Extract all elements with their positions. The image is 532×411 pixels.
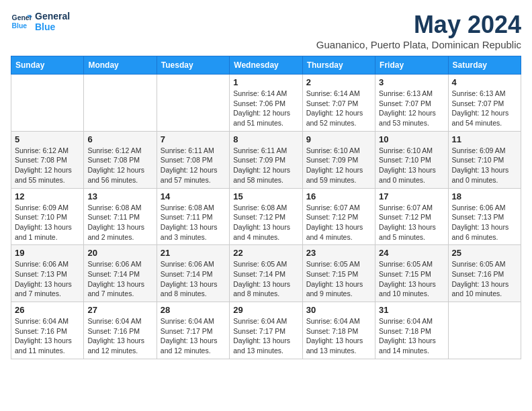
cell-info: Sunrise: 6:05 AM Sunset: 7:14 PM Dayligh…	[233, 259, 298, 299]
date-number: 23	[306, 248, 371, 258]
date-number: 17	[379, 191, 444, 201]
cell-info: Sunrise: 6:11 AM Sunset: 7:08 PM Dayligh…	[161, 146, 226, 185]
day-header-saturday: Saturday	[448, 56, 521, 75]
date-number: 8	[233, 134, 298, 144]
cell-info: Sunrise: 6:14 AM Sunset: 7:07 PM Dayligh…	[306, 89, 371, 128]
cell-info: Sunrise: 6:05 AM Sunset: 7:15 PM Dayligh…	[306, 259, 371, 299]
date-number: 5	[15, 134, 80, 144]
cell-info: Sunrise: 6:08 AM Sunset: 7:12 PM Dayligh…	[233, 203, 298, 242]
date-number: 10	[379, 134, 444, 144]
date-number: 26	[15, 305, 80, 315]
calendar-table: SundayMondayTuesdayWednesdayThursdayFrid…	[11, 56, 521, 359]
calendar-cell: 30Sunrise: 6:04 AM Sunset: 7:18 PM Dayli…	[302, 302, 375, 359]
date-number: 19	[15, 248, 80, 258]
date-number: 15	[233, 191, 298, 201]
date-number: 27	[87, 305, 152, 315]
calendar-cell: 20Sunrise: 6:06 AM Sunset: 7:14 PM Dayli…	[84, 245, 157, 302]
date-number: 11	[452, 134, 517, 144]
date-number: 16	[306, 191, 371, 201]
calendar-cell: 13Sunrise: 6:08 AM Sunset: 7:11 PM Dayli…	[84, 188, 157, 245]
calendar-cell	[448, 302, 521, 359]
logo: General Blue General Blue	[11, 11, 70, 32]
calendar-cell	[11, 75, 84, 132]
date-number: 18	[452, 191, 517, 201]
cell-info: Sunrise: 6:06 AM Sunset: 7:14 PM Dayligh…	[161, 259, 226, 299]
cell-info: Sunrise: 6:04 AM Sunset: 7:18 PM Dayligh…	[306, 316, 371, 356]
header-row: SundayMondayTuesdayWednesdayThursdayFrid…	[11, 56, 521, 75]
cell-info: Sunrise: 6:04 AM Sunset: 7:17 PM Dayligh…	[161, 316, 226, 356]
calendar-cell: 31Sunrise: 6:04 AM Sunset: 7:18 PM Dayli…	[375, 302, 448, 359]
cell-info: Sunrise: 6:11 AM Sunset: 7:09 PM Dayligh…	[233, 146, 298, 185]
day-header-thursday: Thursday	[302, 56, 375, 75]
date-number: 9	[306, 134, 371, 144]
logo-line1: General	[35, 11, 70, 21]
date-number: 3	[379, 77, 444, 87]
cell-info: Sunrise: 6:07 AM Sunset: 7:12 PM Dayligh…	[379, 203, 444, 242]
date-number: 6	[87, 134, 152, 144]
week-row-5: 26Sunrise: 6:04 AM Sunset: 7:16 PM Dayli…	[11, 302, 521, 359]
cell-info: Sunrise: 6:06 AM Sunset: 7:13 PM Dayligh…	[452, 203, 517, 242]
cell-info: Sunrise: 6:05 AM Sunset: 7:16 PM Dayligh…	[452, 259, 517, 299]
date-number: 2	[306, 77, 371, 87]
cell-info: Sunrise: 6:09 AM Sunset: 7:10 PM Dayligh…	[452, 146, 517, 185]
calendar-cell: 28Sunrise: 6:04 AM Sunset: 7:17 PM Dayli…	[157, 302, 229, 359]
calendar-cell: 18Sunrise: 6:06 AM Sunset: 7:13 PM Dayli…	[448, 188, 521, 245]
calendar-cell: 4Sunrise: 6:13 AM Sunset: 7:07 PM Daylig…	[448, 75, 521, 132]
calendar-cell: 24Sunrise: 6:05 AM Sunset: 7:15 PM Dayli…	[375, 245, 448, 302]
day-header-monday: Monday	[84, 56, 157, 75]
cell-info: Sunrise: 6:12 AM Sunset: 7:08 PM Dayligh…	[87, 146, 152, 185]
date-number: 13	[87, 191, 152, 201]
week-row-3: 12Sunrise: 6:09 AM Sunset: 7:10 PM Dayli…	[11, 188, 521, 245]
cell-info: Sunrise: 6:13 AM Sunset: 7:07 PM Dayligh…	[452, 89, 517, 128]
date-number: 12	[15, 191, 80, 201]
cell-info: Sunrise: 6:04 AM Sunset: 7:16 PM Dayligh…	[87, 316, 152, 356]
calendar-cell	[157, 75, 229, 132]
week-row-4: 19Sunrise: 6:06 AM Sunset: 7:13 PM Dayli…	[11, 245, 521, 302]
cell-info: Sunrise: 6:07 AM Sunset: 7:12 PM Dayligh…	[306, 203, 371, 242]
cell-info: Sunrise: 6:08 AM Sunset: 7:11 PM Dayligh…	[161, 203, 226, 242]
calendar-cell: 26Sunrise: 6:04 AM Sunset: 7:16 PM Dayli…	[11, 302, 84, 359]
calendar-cell: 25Sunrise: 6:05 AM Sunset: 7:16 PM Dayli…	[448, 245, 521, 302]
calendar-cell: 6Sunrise: 6:12 AM Sunset: 7:08 PM Daylig…	[84, 131, 157, 188]
date-number: 24	[379, 248, 444, 258]
cell-info: Sunrise: 6:04 AM Sunset: 7:16 PM Dayligh…	[15, 316, 80, 356]
calendar-cell: 5Sunrise: 6:12 AM Sunset: 7:08 PM Daylig…	[11, 131, 84, 188]
date-number: 21	[161, 248, 226, 258]
day-header-sunday: Sunday	[11, 56, 84, 75]
week-row-2: 5Sunrise: 6:12 AM Sunset: 7:08 PM Daylig…	[11, 131, 521, 188]
calendar-cell: 21Sunrise: 6:06 AM Sunset: 7:14 PM Dayli…	[157, 245, 229, 302]
calendar-cell: 7Sunrise: 6:11 AM Sunset: 7:08 PM Daylig…	[157, 131, 229, 188]
date-number: 29	[233, 305, 298, 315]
cell-info: Sunrise: 6:09 AM Sunset: 7:10 PM Dayligh…	[15, 203, 80, 242]
calendar-cell: 2Sunrise: 6:14 AM Sunset: 7:07 PM Daylig…	[302, 75, 375, 132]
cell-info: Sunrise: 6:14 AM Sunset: 7:06 PM Dayligh…	[233, 89, 298, 128]
calendar-cell: 17Sunrise: 6:07 AM Sunset: 7:12 PM Dayli…	[375, 188, 448, 245]
day-header-tuesday: Tuesday	[157, 56, 229, 75]
calendar-cell: 29Sunrise: 6:04 AM Sunset: 7:17 PM Dayli…	[230, 302, 302, 359]
title-area: May 2024 Guananico, Puerto Plata, Domini…	[316, 11, 521, 50]
week-row-1: 1Sunrise: 6:14 AM Sunset: 7:06 PM Daylig…	[11, 75, 521, 132]
calendar-cell: 1Sunrise: 6:14 AM Sunset: 7:06 PM Daylig…	[230, 75, 302, 132]
date-number: 28	[161, 305, 226, 315]
day-header-wednesday: Wednesday	[230, 56, 302, 75]
date-number: 1	[233, 77, 298, 87]
calendar-cell: 8Sunrise: 6:11 AM Sunset: 7:09 PM Daylig…	[230, 131, 302, 188]
calendar-cell: 10Sunrise: 6:10 AM Sunset: 7:10 PM Dayli…	[375, 131, 448, 188]
date-number: 22	[233, 248, 298, 258]
cell-info: Sunrise: 6:12 AM Sunset: 7:08 PM Dayligh…	[15, 146, 80, 185]
cell-info: Sunrise: 6:06 AM Sunset: 7:13 PM Dayligh…	[15, 259, 80, 299]
calendar-cell: 12Sunrise: 6:09 AM Sunset: 7:10 PM Dayli…	[11, 188, 84, 245]
svg-text:Blue: Blue	[12, 22, 28, 30]
date-number: 4	[452, 77, 517, 87]
date-number: 31	[379, 305, 444, 315]
calendar-cell	[84, 75, 157, 132]
calendar-cell: 15Sunrise: 6:08 AM Sunset: 7:12 PM Dayli…	[230, 188, 302, 245]
cell-info: Sunrise: 6:10 AM Sunset: 7:09 PM Dayligh…	[306, 146, 371, 185]
header: General Blue General Blue May 2024 Guana…	[11, 11, 521, 50]
calendar-cell: 23Sunrise: 6:05 AM Sunset: 7:15 PM Dayli…	[302, 245, 375, 302]
cell-info: Sunrise: 6:06 AM Sunset: 7:14 PM Dayligh…	[87, 259, 152, 299]
date-number: 25	[452, 248, 517, 258]
calendar-cell: 9Sunrise: 6:10 AM Sunset: 7:09 PM Daylig…	[302, 131, 375, 188]
cell-info: Sunrise: 6:10 AM Sunset: 7:10 PM Dayligh…	[379, 146, 444, 185]
cell-info: Sunrise: 6:13 AM Sunset: 7:07 PM Dayligh…	[379, 89, 444, 128]
